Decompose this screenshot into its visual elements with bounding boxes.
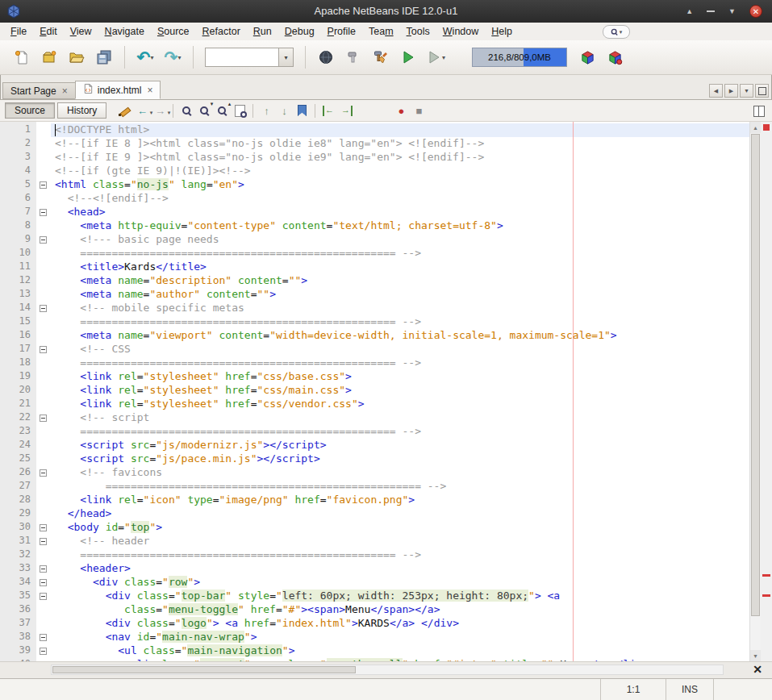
redo-button[interactable]: ↷▾ bbox=[161, 45, 185, 69]
menu-run[interactable]: Run bbox=[247, 23, 278, 40]
code-line[interactable]: <script src="js/pace.min.js"></script> bbox=[51, 452, 749, 466]
code-line[interactable]: <div class="top-bar" style="left: 60px; … bbox=[51, 590, 749, 603]
config-combobox[interactable]: ▾ bbox=[205, 48, 294, 67]
menu-profile[interactable]: Profile bbox=[321, 23, 362, 40]
shift-line-left-icon[interactable] bbox=[320, 102, 336, 119]
run-project-button[interactable] bbox=[396, 45, 420, 69]
fold-toggle-icon[interactable] bbox=[40, 538, 47, 545]
search-box[interactable]: ▾ bbox=[603, 25, 630, 39]
menu-source[interactable]: Source bbox=[151, 23, 196, 40]
code-line[interactable]: ========================================… bbox=[51, 548, 749, 562]
new-file-button[interactable] bbox=[10, 45, 34, 69]
source-view-button[interactable]: Source bbox=[5, 102, 55, 119]
code-line[interactable]: <meta name="author" content=""> bbox=[51, 288, 749, 302]
fold-toggle-icon[interactable] bbox=[40, 415, 47, 422]
open-project-button[interactable] bbox=[65, 45, 89, 69]
line-number[interactable]: 36 bbox=[0, 603, 36, 617]
line-number[interactable]: 20 bbox=[0, 384, 36, 398]
history-view-button[interactable]: History bbox=[57, 102, 106, 119]
line-number[interactable]: 35 bbox=[0, 590, 36, 603]
line-number[interactable]: 28 bbox=[0, 494, 36, 507]
line-number[interactable]: 25 bbox=[0, 452, 36, 466]
line-number[interactable]: 30 bbox=[0, 521, 36, 535]
line-number[interactable]: 13 bbox=[0, 288, 36, 302]
code-line[interactable]: <link rel="icon" type="image/png" href="… bbox=[51, 494, 749, 507]
line-number[interactable]: 29 bbox=[0, 507, 36, 521]
code-line[interactable]: <!-- favicons bbox=[51, 466, 749, 480]
code-line[interactable]: <!-- CSS bbox=[51, 343, 749, 356]
code-line[interactable]: class="menu-toggle" href="#"><span>Menu<… bbox=[51, 603, 749, 617]
code-line[interactable]: <div class="logo"> <a href="index.html">… bbox=[51, 617, 749, 631]
code-line[interactable]: <head> bbox=[51, 206, 749, 219]
code-line[interactable]: <meta name="viewport" content="width=dev… bbox=[51, 329, 749, 343]
memory-indicator[interactable]: 216,8/809,0MB bbox=[472, 48, 567, 67]
profile-cube-icon-2[interactable] bbox=[603, 45, 627, 69]
line-number[interactable]: 18 bbox=[0, 356, 36, 370]
line-number[interactable]: 15 bbox=[0, 315, 36, 329]
code-line[interactable]: <!-- script bbox=[51, 411, 749, 425]
fold-toggle-icon[interactable] bbox=[40, 236, 47, 244]
save-all-button[interactable] bbox=[92, 45, 116, 69]
scroll-tabs-right-button[interactable]: ▶ bbox=[724, 84, 738, 98]
previous-bookmark-icon[interactable]: ↑ bbox=[258, 102, 274, 119]
line-number[interactable]: 9 bbox=[0, 233, 36, 247]
browser-button[interactable] bbox=[314, 45, 338, 69]
fold-toggle-icon[interactable] bbox=[40, 469, 47, 477]
fold-toggle-icon[interactable] bbox=[40, 648, 47, 655]
line-number[interactable]: 6 bbox=[0, 192, 36, 206]
code-area[interactable]: <!DOCTYPE html><!--[if IE 8 ]><html clas… bbox=[51, 122, 749, 661]
code-line[interactable]: <!-- header bbox=[51, 535, 749, 548]
scrollbar-thumb[interactable] bbox=[751, 134, 760, 616]
code-line[interactable]: <div class="row"> bbox=[51, 576, 749, 590]
maximize-button[interactable]: ▼ bbox=[728, 8, 736, 15]
code-line[interactable]: <!DOCTYPE html> bbox=[51, 123, 749, 137]
line-number[interactable]: 10 bbox=[0, 247, 36, 260]
code-line[interactable]: ========================================… bbox=[51, 356, 749, 370]
line-number[interactable]: 33 bbox=[0, 562, 36, 576]
close-tab-icon[interactable]: × bbox=[62, 86, 68, 96]
menu-help[interactable]: Help bbox=[485, 23, 519, 40]
fold-strip[interactable] bbox=[36, 122, 51, 661]
line-number[interactable]: 1 bbox=[0, 123, 36, 137]
shift-line-right-icon[interactable] bbox=[338, 102, 354, 119]
code-line[interactable]: <!--[if (gte IE 9)|!(IE)]><!--> bbox=[51, 165, 749, 178]
vertical-scrollbar[interactable]: ▲ ▼ bbox=[749, 122, 761, 661]
code-line[interactable]: <header> bbox=[51, 562, 749, 576]
line-number[interactable]: 11 bbox=[0, 260, 36, 274]
titlebar[interactable]: Apache NetBeans IDE 12.0-u1 ▲ ▼ ✕ bbox=[0, 0, 772, 23]
code-line[interactable]: <nav id="main-nav-wrap"> bbox=[51, 631, 749, 644]
line-number[interactable]: 38 bbox=[0, 631, 36, 644]
line-number[interactable]: 34 bbox=[0, 576, 36, 590]
build-project-button[interactable] bbox=[341, 45, 365, 69]
stop-macro-recording-icon[interactable]: ■ bbox=[411, 102, 427, 119]
back-icon[interactable]: ←▾ bbox=[134, 102, 150, 119]
code-line[interactable]: <link rel="stylesheet" href="css/base.cs… bbox=[51, 370, 749, 384]
tab-start-page[interactable]: Start Page × bbox=[2, 82, 76, 99]
new-project-button[interactable] bbox=[37, 45, 61, 69]
menu-navigate[interactable]: Navigate bbox=[98, 23, 151, 40]
line-number[interactable]: 3 bbox=[0, 151, 36, 165]
split-window-icon[interactable] bbox=[753, 106, 765, 117]
fold-toggle-icon[interactable] bbox=[40, 305, 47, 312]
code-line[interactable]: <meta name="description" content=""> bbox=[51, 274, 749, 288]
horizontal-scrollbar[interactable] bbox=[51, 665, 724, 675]
code-line[interactable]: <meta http-equiv="content-type" content=… bbox=[51, 219, 749, 233]
line-number[interactable]: 4 bbox=[0, 165, 36, 178]
scroll-down-icon[interactable]: ▼ bbox=[750, 650, 761, 661]
close-tab-icon[interactable]: × bbox=[147, 85, 152, 95]
fold-toggle-icon[interactable] bbox=[40, 346, 47, 353]
tab-list-button[interactable]: ▼ bbox=[740, 84, 753, 98]
line-number[interactable]: 7 bbox=[0, 206, 36, 219]
start-macro-recording-icon[interactable]: ● bbox=[393, 102, 409, 119]
fold-toggle-icon[interactable] bbox=[40, 634, 47, 641]
line-number[interactable]: 12 bbox=[0, 274, 36, 288]
gutter-numbers[interactable]: 1234567891011121314151617181920212223242… bbox=[0, 122, 36, 661]
code-line[interactable]: <!--<![endif]--> bbox=[51, 192, 749, 206]
close-panel-icon[interactable]: ✕ bbox=[753, 663, 762, 676]
line-number[interactable]: 2 bbox=[0, 137, 36, 151]
line-number[interactable]: 16 bbox=[0, 329, 36, 343]
scroll-tabs-left-button[interactable]: ◀ bbox=[709, 84, 723, 98]
toggle-bookmark-icon[interactable] bbox=[294, 102, 310, 119]
find-selection-icon[interactable] bbox=[178, 102, 194, 119]
shade-button[interactable]: ▲ bbox=[686, 8, 693, 15]
